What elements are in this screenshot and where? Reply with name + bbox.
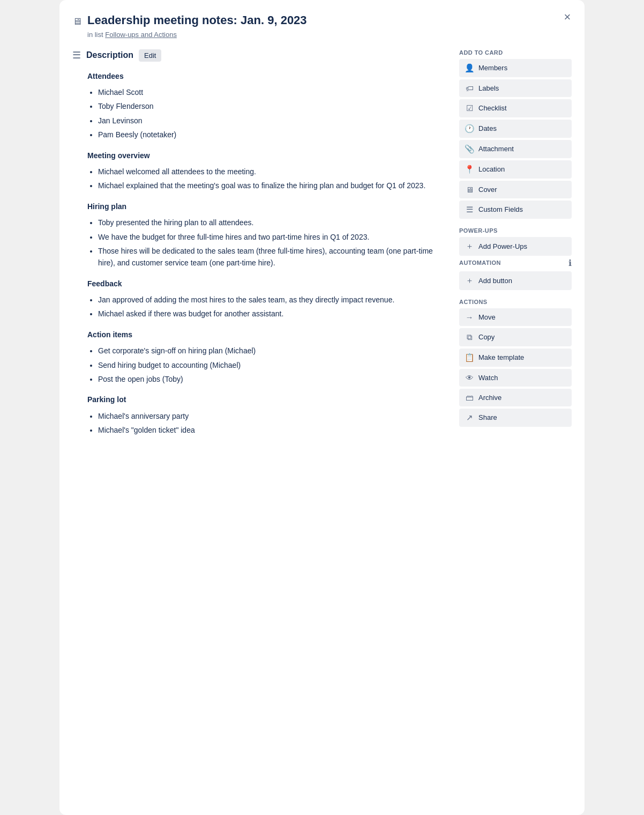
card-header: 🖥 Leadership meeting notes: Jan. 9, 2023 [72,13,572,28]
add-button-button[interactable]: ＋ Add button [459,271,572,290]
list-item: Get corporate's sign-off on hiring plan … [98,345,448,357]
close-button[interactable]: × [559,9,576,26]
attachment-icon: 📎 [465,144,474,154]
labels-button[interactable]: 🏷Labels [459,79,572,97]
list-item: Post the open jobs (Toby) [98,373,448,385]
content-area: ☰ Description Edit AttendeesMichael Scot… [72,49,572,794]
members-icon: 👤 [465,63,474,73]
list-item: Toby Flenderson [98,100,448,112]
list-item: Pam Beesly (notetaker) [98,129,448,140]
checklist-icon: ☑ [465,103,474,113]
list-item: Michael explained that the meeting's goa… [98,180,448,191]
card-title: Leadership meeting notes: Jan. 9, 2023 [87,13,307,28]
section-list: Get corporate's sign-off on hiring plan … [87,345,448,385]
move-icon: → [465,313,474,322]
actions-label: Actions [459,299,572,305]
breadcrumb: in list Follow-ups and Actions [87,31,572,39]
plus-icon: ＋ [465,241,474,251]
labels-icon: 🏷 [465,84,474,93]
section-heading: Action items [87,329,448,340]
make-template-label: Make template [478,353,524,361]
cover-icon: 🖥 [465,185,474,194]
cover-button[interactable]: 🖥Cover [459,181,572,198]
make-template-button[interactable]: 📋Make template [459,349,572,367]
description-icon: ☰ [72,49,81,61]
list-item: Send hiring budget to accounting (Michae… [98,359,448,371]
main-content: ☰ Description Edit AttendeesMichael Scot… [72,49,448,794]
add-to-card-label: Add to card [459,49,572,56]
section-heading: Feedback [87,278,448,290]
cover-label: Cover [478,186,497,194]
copy-label: Copy [478,333,495,341]
share-icon: ↗ [465,413,474,423]
card-header-icon: 🖥 [72,16,82,27]
checklist-label: Checklist [478,104,507,112]
description-body: AttendeesMichael ScottToby FlendersonJan… [72,70,448,436]
move-label: Move [478,313,496,321]
add-to-card-section: 👤Members🏷Labels☑Checklist🕐Dates📎Attachme… [459,59,572,219]
watch-icon: 👁 [465,373,474,382]
move-button[interactable]: →Move [459,308,572,326]
copy-icon: ⧉ [465,332,474,342]
section-heading: Hiring plan [87,201,448,212]
dates-icon: 🕐 [465,124,474,134]
automation-header: Automation ℹ [459,258,572,268]
attachment-button[interactable]: 📎Attachment [459,140,572,158]
section-heading: Attendees [87,70,448,82]
card-modal: × 🖥 Leadership meeting notes: Jan. 9, 20… [59,0,585,815]
automation-label: Automation [459,260,501,266]
members-button[interactable]: 👤Members [459,59,572,77]
archive-label: Archive [478,394,501,402]
breadcrumb-prefix: in list [87,31,103,39]
list-item: Those hires will be dedicated to the sal… [98,245,448,269]
share-label: Share [478,413,497,421]
make-template-icon: 📋 [465,353,474,362]
list-item: Jan Levinson [98,115,448,127]
dates-label: Dates [478,124,497,132]
edit-description-button[interactable]: Edit [139,49,161,62]
members-label: Members [478,64,507,72]
watch-label: Watch [478,374,498,382]
add-power-ups-label: Add Power-Ups [478,242,527,250]
archive-button[interactable]: 🗃Archive [459,389,572,406]
power-ups-label: Power-Ups [459,227,572,234]
sidebar: Add to card 👤Members🏷Labels☑Checklist🕐Da… [459,49,572,794]
attachment-label: Attachment [478,145,514,153]
plus-icon-auto: ＋ [465,276,474,286]
section-heading: Parking lot [87,394,448,405]
list-item: Michael welcomed all attendees to the me… [98,166,448,177]
section-list: Jan approved of adding the most hires to… [87,294,448,320]
section-heading: Meeting overview [87,150,448,161]
section-list: Michael ScottToby FlendersonJan Levinson… [87,86,448,141]
section-list: Toby presented the hiring plan to all at… [87,217,448,269]
section-list: Michael's anniversary partyMichael's "go… [87,410,448,436]
archive-icon: 🗃 [465,393,474,402]
add-power-ups-button[interactable]: ＋ Add Power-Ups [459,237,572,256]
location-button[interactable]: 📍Location [459,160,572,179]
location-icon: 📍 [465,165,474,174]
add-button-label: Add button [478,277,512,285]
custom-fields-icon: ☰ [465,205,474,214]
labels-label: Labels [478,84,499,92]
share-button[interactable]: ↗Share [459,409,572,427]
list-item: Jan approved of adding the most hires to… [98,294,448,306]
breadcrumb-link[interactable]: Follow-ups and Actions [105,31,177,39]
copy-button[interactable]: ⧉Copy [459,328,572,346]
checklist-button[interactable]: ☑Checklist [459,99,572,117]
list-item: Michael Scott [98,86,448,98]
list-item: Michael's "golden ticket" idea [98,424,448,436]
description-header: ☰ Description Edit [72,49,448,62]
custom-fields-button[interactable]: ☰Custom Fields [459,201,572,219]
watch-button[interactable]: 👁Watch [459,369,572,387]
section-list: Michael welcomed all attendees to the me… [87,166,448,192]
description-label: Description [86,50,133,60]
actions-section: →Move⧉Copy📋Make template👁Watch🗃Archive↗S… [459,308,572,427]
list-item: Michael asked if there was budget for an… [98,308,448,320]
custom-fields-label: Custom Fields [478,205,523,213]
list-item: We have the budget for three full-time h… [98,231,448,243]
list-item: Toby presented the hiring plan to all at… [98,217,448,228]
location-label: Location [478,165,505,173]
dates-button[interactable]: 🕐Dates [459,120,572,138]
list-item: Michael's anniversary party [98,410,448,422]
info-icon[interactable]: ℹ [568,258,572,268]
